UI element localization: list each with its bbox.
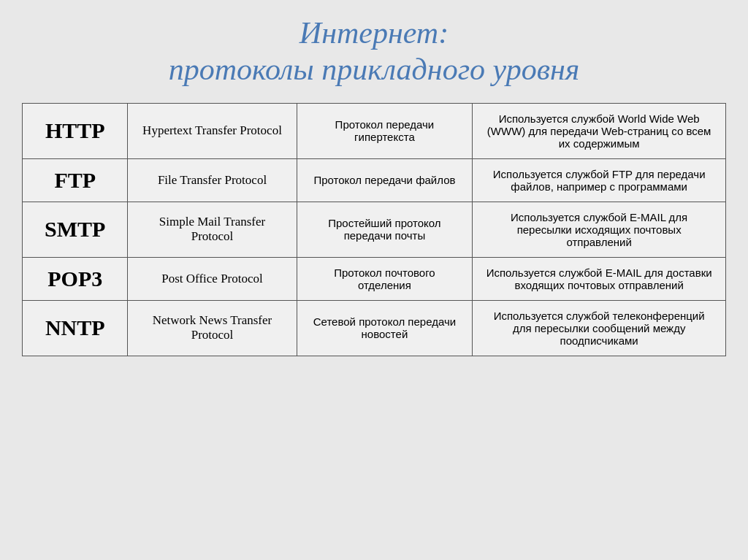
protocol-usage: Используется службой E-MAIL для доставки…	[473, 257, 726, 300]
protocol-description: Протокол почтового отделения	[297, 257, 473, 300]
title-line2: протоколы прикладного уровня	[169, 53, 580, 86]
protocol-abbr: SMTP	[23, 202, 128, 257]
protocols-table: HTTPHypertext Transfer ProtocolПротокол …	[22, 103, 726, 356]
protocol-description: Протокол передачи файлов	[297, 158, 473, 202]
page-title: Интернет: протоколы прикладного уровня	[169, 15, 580, 88]
table-row: SMTPSimple Mail Transfer ProtocolПростей…	[23, 202, 726, 257]
protocol-usage: Используется службой E-MAIL для пересылк…	[473, 202, 726, 257]
protocol-name: Simple Mail Transfer Protocol	[128, 202, 297, 257]
protocol-abbr: FTP	[23, 158, 128, 202]
protocol-name: Post Office Protocol	[128, 257, 297, 300]
protocol-description: Простейший протокол передачи почты	[297, 202, 473, 257]
protocol-description: Сетевой протокол передачи новостей	[297, 300, 473, 356]
protocol-usage: Используется службой World Wide Web (WWW…	[473, 103, 726, 158]
protocol-name: File Transfer Protocol	[128, 158, 297, 202]
protocol-description: Протокол передачи гипертекста	[297, 103, 473, 158]
protocol-usage: Используется службой FTP для передачи фа…	[473, 158, 726, 202]
table-row: NNTPNetwork News Transfer ProtocolСетево…	[23, 300, 726, 356]
protocol-abbr: HTTP	[23, 103, 128, 158]
table-row: FTPFile Transfer ProtocolПротокол переда…	[23, 158, 726, 202]
title-line1: Интернет:	[299, 16, 449, 50]
protocol-name: Hypertext Transfer Protocol	[128, 103, 297, 158]
protocol-abbr: POP3	[23, 257, 128, 300]
table-row: POP3Post Office ProtocolПротокол почтово…	[23, 257, 726, 300]
protocol-usage: Используется службой телеконференций для…	[473, 300, 726, 356]
protocol-name: Network News Transfer Protocol	[128, 300, 297, 356]
page: Интернет: протоколы прикладного уровня H…	[0, 0, 748, 560]
protocol-abbr: NNTP	[23, 300, 128, 356]
table-row: HTTPHypertext Transfer ProtocolПротокол …	[23, 103, 726, 158]
